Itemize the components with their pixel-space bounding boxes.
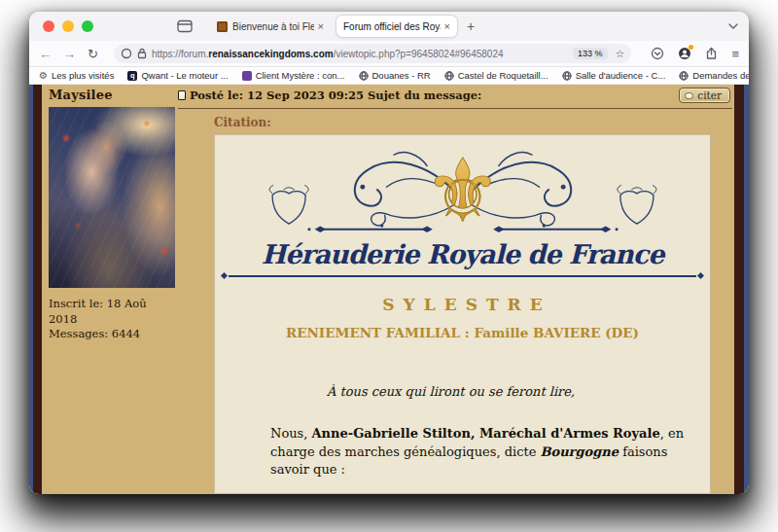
- url-bar[interactable]: https://forum.renaissancekingdoms.com/vi…: [114, 44, 632, 63]
- bookmark-item[interactable]: q Qwant - Le moteur ...: [127, 70, 228, 81]
- close-window-button[interactable]: [43, 20, 54, 32]
- post-header-divider: [178, 108, 732, 109]
- new-tab-button[interactable]: +: [467, 18, 475, 34]
- bookmark-item[interactable]: Salle d'audience - C...: [562, 70, 666, 81]
- author-name[interactable]: Maysilee: [49, 88, 178, 102]
- bookmark-item[interactable]: Castel de Roquetaill...: [444, 70, 548, 81]
- paragraph: Nous, Anne-Gabrielle Stilton, Maréchal d…: [270, 425, 694, 479]
- fleur-de-lis-icon: ⚜: [424, 140, 502, 241]
- paragraph: Au regard des loys héraldiques & coutume…: [270, 492, 694, 494]
- minimize-window-button[interactable]: [62, 20, 74, 32]
- browser-window: Bienvenue à toi Fleur_de_bavie × Forum o…: [29, 12, 749, 494]
- qwant-favicon: q: [127, 71, 137, 81]
- globe-icon: [562, 71, 572, 81]
- bookmarks-bar: ⚙ Les plus visités q Qwant - Le moteur .…: [29, 67, 749, 85]
- quote-bubble-icon: [685, 92, 693, 99]
- author-messages: Messages: 6444: [49, 327, 178, 342]
- document-title: Hérauderie Royale de France: [215, 239, 710, 269]
- lock-icon[interactable]: [137, 48, 147, 59]
- tab-forum[interactable]: Forum officiel des Royaumes Renais ×: [336, 16, 457, 37]
- tab-title: Bienvenue à toi Fleur_de_bavie: [232, 21, 314, 32]
- globe-icon: [359, 71, 369, 81]
- gear-icon: ⚙: [39, 70, 48, 81]
- forum-post: Maysilee Inscrit le: 18 Aoû 2018 Message…: [42, 85, 734, 494]
- back-button[interactable]: ←: [39, 47, 52, 61]
- client-mystere-favicon: [242, 71, 252, 81]
- navigation-bar: ← → ↻ https://forum.renaissancekingdoms.…: [29, 41, 749, 67]
- author-column: Maysilee Inscrit le: 18 Aoû 2018 Message…: [42, 85, 178, 494]
- tab-title: Forum officiel des Royaumes Renais: [343, 21, 441, 32]
- citation-label: Citation:: [214, 116, 734, 129]
- author-joined: Inscrit le: 18 Aoû 2018: [49, 297, 178, 327]
- firefox-view-icon[interactable]: [177, 19, 193, 33]
- notification-dot: [689, 45, 693, 50]
- forum-page: Maysilee Inscrit le: 18 Aoû 2018 Message…: [29, 85, 749, 494]
- page-border-right-blue: [744, 85, 749, 494]
- list-all-tabs-icon[interactable]: [727, 22, 739, 30]
- title-divider: [222, 273, 703, 278]
- share-icon[interactable]: [705, 47, 718, 60]
- rk-favicon: [217, 21, 228, 32]
- bookmark-item[interactable]: Demandes de dissol...: [679, 70, 749, 81]
- quote-button[interactable]: citer: [679, 88, 730, 103]
- shield-icon[interactable]: [121, 48, 132, 59]
- tab-bar: Bienvenue à toi Fleur_de_bavie × Forum o…: [29, 12, 749, 41]
- bookmark-item[interactable]: Douanes - RR: [359, 70, 431, 81]
- pocket-icon[interactable]: [651, 47, 664, 60]
- salutation: À tous ceux qui liront ou se feront lire…: [327, 383, 694, 401]
- document-name: SYLESTRE: [215, 295, 710, 314]
- page-border-right-maroon: [734, 85, 744, 494]
- post-icon: [178, 90, 186, 100]
- account-icon[interactable]: [678, 47, 691, 60]
- url-text: https://forum.renaissancekingdoms.com/vi…: [152, 49, 504, 59]
- close-tab-icon[interactable]: ×: [444, 20, 450, 32]
- avatar: [49, 107, 175, 288]
- document-subject: RENIEMENT FAMILIAL : Famille BAVIERE (DE…: [215, 325, 710, 340]
- document-body: À tous ceux qui liront ou se feront lire…: [215, 383, 710, 494]
- post-content-column: Posté le: 12 Sep 2023 09:25 Sujet du mes…: [178, 85, 734, 494]
- globe-icon: [444, 71, 454, 81]
- menu-icon[interactable]: ≡: [731, 47, 739, 61]
- window-controls: [43, 20, 93, 32]
- bookmark-item[interactable]: ⚙ Les plus visités: [39, 70, 114, 81]
- tab-welcome[interactable]: Bienvenue à toi Fleur_de_bavie ×: [210, 16, 331, 37]
- zoom-level-badge[interactable]: 133 %: [573, 48, 608, 59]
- close-tab-icon[interactable]: ×: [318, 20, 324, 32]
- maximize-window-button[interactable]: [82, 20, 93, 32]
- quoted-document: ⚜ Hérauderie Royale de France SYLESTRE R…: [214, 134, 711, 494]
- reload-button[interactable]: ↻: [88, 47, 98, 61]
- globe-icon: [679, 71, 689, 81]
- post-header: Posté le: 12 Sep 2023 09:25 Sujet du mes…: [178, 88, 734, 103]
- post-header-text: Posté le: 12 Sep 2023 09:25 Sujet du mes…: [190, 89, 481, 102]
- forward-button[interactable]: →: [63, 47, 76, 61]
- heraldic-ornament: ⚜: [239, 140, 687, 243]
- page-border-left-maroon: [33, 85, 42, 494]
- bookmark-item[interactable]: Client Mystère : con...: [242, 70, 345, 81]
- bookmark-star-icon[interactable]: ☆: [616, 48, 625, 60]
